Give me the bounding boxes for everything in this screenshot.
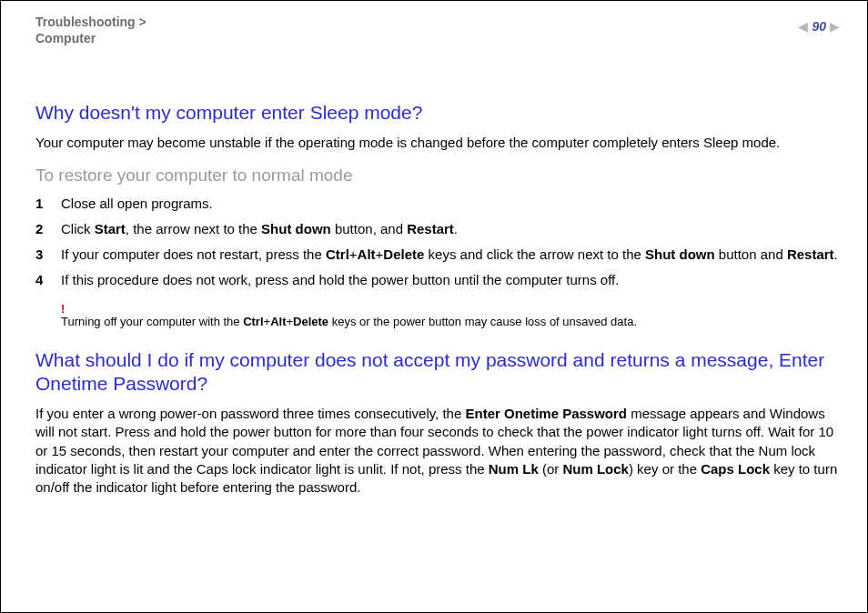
steps-list: 1 Close all open programs. 2 Click Start…: [35, 195, 840, 290]
page-nav: ◀ 90 ▶: [798, 19, 840, 34]
breadcrumb-line-1: Troubleshooting >: [35, 15, 146, 29]
step-1: 1 Close all open programs.: [35, 195, 840, 213]
breadcrumb-line-2: Computer: [35, 31, 96, 45]
step-number: 3: [35, 246, 61, 264]
prev-page-arrow-icon[interactable]: ◀: [798, 20, 808, 33]
warning-text: Turning off your computer with the Ctrl+…: [61, 315, 637, 328]
page-number: 90: [812, 19, 826, 34]
page-header: Troubleshooting > Computer: [35, 14, 840, 50]
step-number: 2: [35, 220, 61, 238]
step-text: Click Start, the arrow next to the Shut …: [61, 220, 840, 238]
warning-note: ! Turning off your computer with the Ctr…: [61, 303, 840, 328]
section-2-body: If you enter a wrong power-on password t…: [35, 405, 840, 497]
step-number: 1: [35, 195, 61, 213]
step-number: 4: [35, 271, 61, 289]
next-page-arrow-icon[interactable]: ▶: [830, 20, 840, 33]
section-1-subtitle: To restore your computer to normal mode: [35, 166, 840, 186]
section-1-title: Why doesn't my computer enter Sleep mode…: [35, 101, 840, 125]
section-2-title: What should I do if my computer does not…: [35, 348, 840, 397]
step-text: If your computer does not restart, press…: [61, 246, 840, 264]
warning-icon: !: [61, 303, 840, 315]
document-page: Troubleshooting > Computer ◀ 90 ▶ Why do…: [0, 0, 868, 613]
section-1-intro: Your computer may become unstable if the…: [35, 134, 840, 152]
page-content: Why doesn't my computer enter Sleep mode…: [35, 101, 840, 509]
step-4: 4 If this procedure does not work, press…: [35, 271, 840, 289]
step-2: 2 Click Start, the arrow next to the Shu…: [35, 220, 840, 238]
step-text: If this procedure does not work, press a…: [61, 271, 840, 289]
breadcrumb: Troubleshooting > Computer: [35, 14, 840, 46]
step-text: Close all open programs.: [61, 195, 840, 213]
step-3: 3 If your computer does not restart, pre…: [35, 246, 840, 264]
